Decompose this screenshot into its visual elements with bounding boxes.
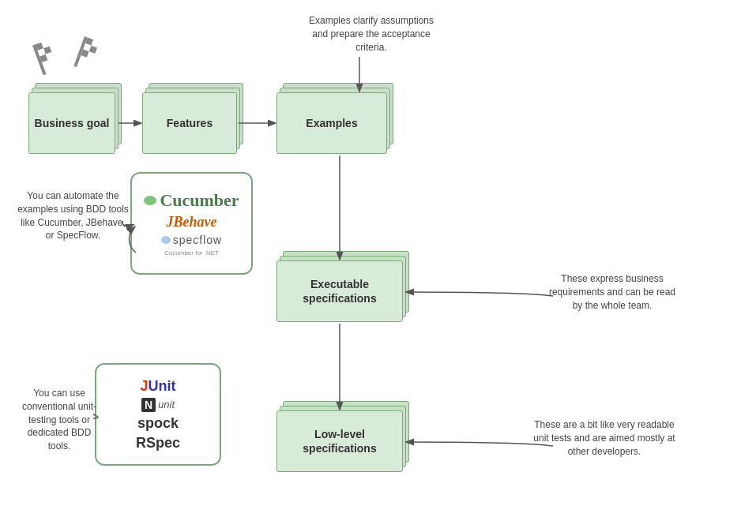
nunit-unit: unit	[158, 399, 175, 410]
exec-specs-annotation: These express business requirements and …	[545, 272, 679, 312]
top-annotation: Examples clarify assumptions and prepare…	[300, 14, 442, 54]
business-goal-label: Business goal	[35, 116, 110, 130]
exec-specs-card: Executable specifications	[276, 260, 403, 322]
specflow-label: specflow	[173, 234, 222, 246]
nunit-n: N	[141, 398, 156, 412]
features-label: Features	[167, 116, 213, 130]
low-specs-label: Low-level specifications	[277, 427, 402, 455]
examples-label: Examples	[306, 116, 357, 130]
unit-tools-box: JUnit N unit spock RSpec	[95, 363, 221, 466]
junit-j: J	[140, 378, 148, 394]
unit-tools-annotation: You can use conventional unit-testing to…	[16, 387, 103, 453]
rspec-label: RSpec	[136, 435, 180, 451]
checkered-flags	[32, 33, 111, 81]
exec-specs-label: Executable specifications	[277, 277, 402, 305]
low-specs-card: Low-level specifications	[276, 410, 403, 472]
low-specs-annotation: These are a bit like very readable unit …	[529, 418, 679, 458]
examples-card: Examples	[276, 92, 387, 154]
specflow-sub-label: Cucumber for .NET	[164, 249, 219, 257]
jbehave-label: JBehave	[167, 214, 217, 230]
bdd-tools-box: Cucumber JBehave specflow Cucumber for .…	[130, 172, 253, 275]
business-goal-card: Business goal	[28, 92, 115, 154]
features-card: Features	[142, 92, 237, 154]
junit-unit: Unit	[149, 378, 176, 394]
diagram-container: Examples clarify assumptions and prepare…	[0, 0, 756, 532]
bdd-tools-annotation: You can automate the examples using BDD …	[16, 189, 130, 242]
cucumber-label: Cucumber	[160, 190, 239, 211]
spock-label: spock	[137, 415, 179, 432]
